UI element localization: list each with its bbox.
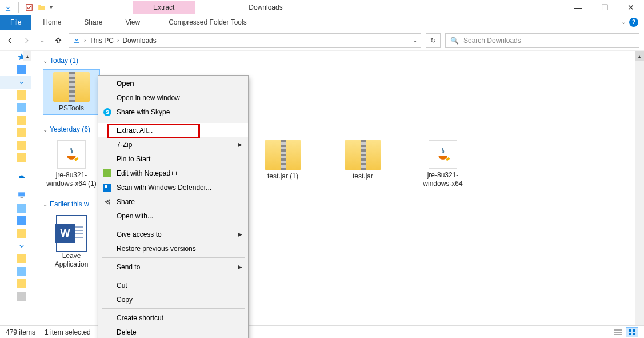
window-title: Downloads <box>249 3 282 11</box>
breadcrumb-this-pc[interactable]: This PC <box>89 37 114 45</box>
ribbon-collapse-icon[interactable]: ⌄ <box>621 19 626 25</box>
file-testjar-1[interactable]: test.jar (1) <box>254 138 311 190</box>
zip-icon <box>265 140 301 170</box>
cm-send-to[interactable]: Send to▶ <box>98 260 248 274</box>
ribbon-tabs: File Home Share View Compressed Folder T… <box>0 14 644 30</box>
music-nav-icon[interactable] <box>17 254 26 263</box>
group-today-label: Today (1) <box>50 57 78 65</box>
cm-open-with[interactable]: Open with... <box>98 209 248 223</box>
cm-defender[interactable]: Scan with Windows Defender... <box>98 180 248 194</box>
cm-create-shortcut[interactable]: Create shortcut <box>98 311 248 325</box>
cm-share[interactable]: Share <box>98 194 248 209</box>
pictures-nav-icon[interactable] <box>17 267 26 276</box>
zip-icon <box>345 140 381 170</box>
documents-nav-icon[interactable] <box>17 90 26 100</box>
breadcrumb-downloads[interactable]: Downloads <box>122 37 156 45</box>
cm-edit-notepadpp[interactable]: Edit with Notepad++ <box>98 166 248 180</box>
folder-qat-icon[interactable] <box>37 3 46 12</box>
desktop-nav-icon[interactable] <box>17 216 26 225</box>
qat-dropdown-icon[interactable]: ▾ <box>50 4 53 10</box>
file-jre[interactable]: jre-8u321-windows-x64 <box>414 138 471 190</box>
desktop-nav-icon[interactable] <box>17 65 26 74</box>
nav-pane-scroll-up[interactable]: ▴ <box>23 51 31 61</box>
address-bar[interactable]: › This PC › Downloads ⌄ <box>69 33 421 48</box>
cm-cut[interactable]: Cut <box>98 278 248 292</box>
svg-rect-2 <box>74 42 79 43</box>
minimize-button[interactable]: — <box>565 0 591 14</box>
svg-rect-1 <box>26 4 33 10</box>
cm-restore-versions[interactable]: Restore previous versions <box>98 241 248 256</box>
word-icon: W <box>56 215 87 252</box>
contextual-tab-header: Extract <box>133 1 195 14</box>
nav-up-button[interactable] <box>53 35 64 46</box>
folder-nav-icon[interactable] <box>17 128 26 137</box>
nav-forward-button[interactable] <box>21 35 32 46</box>
file-label: Leave Application <box>45 252 98 268</box>
search-input[interactable] <box>463 37 634 45</box>
this-pc-nav-icon[interactable] <box>17 191 26 200</box>
svg-rect-4 <box>21 197 23 198</box>
cm-share-skype[interactable]: SShare with Skype <box>98 105 248 119</box>
cm-open[interactable]: Open <box>98 76 248 90</box>
nav-recent-dropdown[interactable]: ⌄ <box>37 35 48 46</box>
cm-delete[interactable]: Delete <box>98 325 248 338</box>
icons-view-button[interactable] <box>626 327 638 337</box>
content-scrollbar[interactable]: ▴ <box>635 51 644 325</box>
group-today[interactable]: ⌄Today (1) <box>43 57 623 65</box>
status-bar: 479 items 1 item selected <box>0 325 644 338</box>
object3d-nav-icon[interactable] <box>17 204 26 213</box>
cm-pin-start[interactable]: Pin to Start <box>98 152 248 166</box>
navigation-pane[interactable]: ▴ <box>0 51 31 325</box>
refresh-button[interactable]: ↻ <box>426 33 441 48</box>
zip-icon <box>53 72 90 102</box>
search-icon: 🔍 <box>450 37 459 45</box>
maximize-button[interactable]: ☐ <box>591 0 618 14</box>
details-view-button[interactable] <box>612 327 625 337</box>
downloads-nav-icon[interactable] <box>17 78 26 87</box>
drive-nav-icon[interactable] <box>17 292 26 301</box>
chevron-down-icon: ⌄ <box>43 58 47 64</box>
svg-rect-13 <box>633 329 635 332</box>
folder-nav-icon[interactable] <box>17 116 26 125</box>
file-jre-1[interactable]: jre-8u321-windows-x64 (1) <box>43 138 100 190</box>
videos-nav-icon[interactable] <box>17 279 26 288</box>
file-leave-application[interactable]: W Leave Application <box>43 213 100 271</box>
cm-7zip[interactable]: 7-Zip▶ <box>98 137 248 152</box>
group-yesterday-label: Yesterday (6) <box>50 125 90 133</box>
folder-nav-icon[interactable] <box>17 141 26 150</box>
documents-nav-icon[interactable] <box>17 229 26 238</box>
scroll-up-button[interactable]: ▴ <box>635 51 644 61</box>
downloads-nav-icon[interactable] <box>17 241 26 250</box>
app-icon <box>3 3 13 12</box>
svg-rect-14 <box>629 333 631 335</box>
pictures-nav-icon[interactable] <box>17 103 26 112</box>
tab-compressed-tools[interactable]: Compressed Folder Tools <box>151 15 264 30</box>
file-tab[interactable]: File <box>0 15 31 30</box>
chevron-right-icon[interactable]: › <box>84 37 86 43</box>
close-button[interactable]: ✕ <box>618 0 644 14</box>
tab-home[interactable]: Home <box>31 15 73 30</box>
share-icon <box>103 197 112 206</box>
cm-extract-all[interactable]: Extract All... <box>98 123 248 137</box>
skype-icon: S <box>103 108 111 116</box>
help-icon[interactable]: ? <box>629 18 638 27</box>
onedrive-nav-icon[interactable] <box>17 174 26 183</box>
notepadpp-icon <box>103 169 111 177</box>
search-box[interactable]: 🔍 <box>445 33 639 48</box>
svg-rect-12 <box>629 329 631 332</box>
file-testjar[interactable]: test.jar <box>334 138 391 190</box>
defender-icon <box>103 184 111 192</box>
tab-view[interactable]: View <box>114 15 151 30</box>
cm-give-access[interactable]: Give access to▶ <box>98 227 248 241</box>
tab-share[interactable]: Share <box>73 15 114 30</box>
folder-nav-icon[interactable] <box>17 153 26 162</box>
cm-open-new-window[interactable]: Open in new window <box>98 90 248 105</box>
chevron-right-icon[interactable]: › <box>117 37 119 43</box>
svg-rect-0 <box>6 10 10 11</box>
group-earlier-label: Earlier this w <box>50 200 89 208</box>
file-pstools-zip[interactable]: PSTools <box>43 69 100 115</box>
cm-copy[interactable]: Copy <box>98 292 248 307</box>
address-dropdown-icon[interactable]: ⌄ <box>413 37 417 43</box>
properties-qat-icon[interactable] <box>25 3 34 12</box>
nav-back-button[interactable] <box>5 35 16 46</box>
